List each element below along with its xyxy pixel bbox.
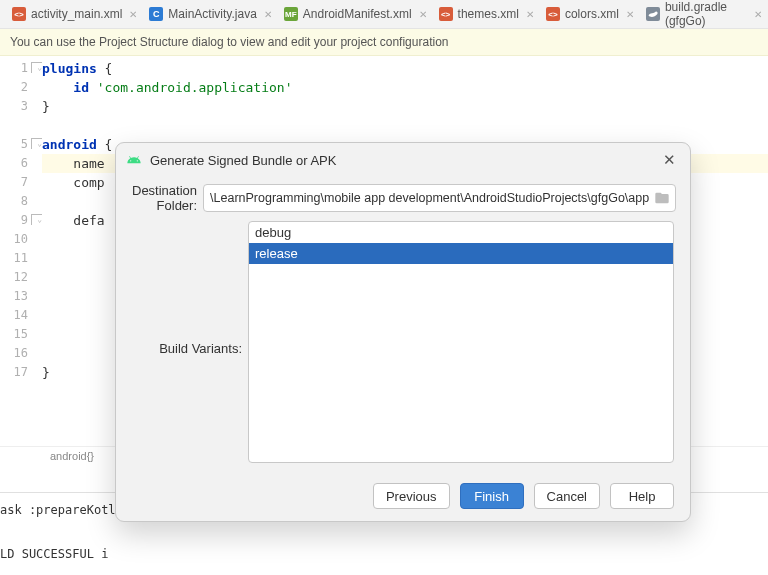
- close-icon[interactable]: ✕: [419, 9, 427, 20]
- dialog-titlebar: Generate Signed Bundle or APK ✕: [116, 143, 690, 175]
- dialog-button-bar: Previous Finish Cancel Help: [116, 473, 690, 521]
- close-icon[interactable]: ✕: [526, 9, 534, 20]
- terminal-line: LD SUCCESSFUL i: [0, 543, 768, 565]
- close-icon[interactable]: ✕: [659, 149, 680, 171]
- cancel-button[interactable]: Cancel: [534, 483, 600, 509]
- xml-icon: <>: [12, 7, 26, 21]
- tab-label: build.gradle (gfgGo): [665, 0, 747, 28]
- tab-manifest[interactable]: MF AndroidManifest.xml ✕: [278, 0, 433, 28]
- finish-button[interactable]: Finish: [460, 483, 524, 509]
- tab-label: MainActivity.java: [168, 7, 256, 21]
- project-structure-hint[interactable]: You can use the Project Structure dialog…: [0, 29, 768, 56]
- tab-mainactivity[interactable]: C MainActivity.java ✕: [143, 0, 277, 28]
- build-variants-label: Build Variants:: [132, 341, 248, 356]
- variant-item-debug[interactable]: debug: [249, 222, 673, 243]
- tab-label: AndroidManifest.xml: [303, 7, 412, 21]
- tab-themes[interactable]: <> themes.xml ✕: [433, 0, 540, 28]
- tab-label: activity_main.xml: [31, 7, 122, 21]
- editor-tabs: <> activity_main.xml ✕ C MainActivity.ja…: [0, 0, 768, 29]
- previous-button[interactable]: Previous: [373, 483, 450, 509]
- help-button[interactable]: Help: [610, 483, 674, 509]
- tab-label: themes.xml: [458, 7, 519, 21]
- close-icon[interactable]: ✕: [129, 9, 137, 20]
- editor-gutter: 1⌄ 2 3 5⌄ 6 7 8 9⌄ 10 11 12 13 14 15 16 …: [0, 56, 42, 446]
- build-variants-list[interactable]: debug release: [248, 221, 674, 463]
- browse-folder-icon[interactable]: [653, 190, 671, 206]
- tab-activity-main[interactable]: <> activity_main.xml ✕: [6, 0, 143, 28]
- dialog-title: Generate Signed Bundle or APK: [150, 153, 336, 168]
- tab-label: colors.xml: [565, 7, 619, 21]
- java-icon: C: [149, 7, 163, 21]
- variant-item-release[interactable]: release: [249, 243, 673, 264]
- destination-label: Destination Folder:: [132, 183, 203, 213]
- xml-icon: <>: [546, 7, 560, 21]
- close-icon[interactable]: ✕: [626, 9, 634, 20]
- xml-icon: <>: [439, 7, 453, 21]
- destination-folder-input[interactable]: \LearnProgramming\mobile app development…: [203, 184, 676, 212]
- close-icon[interactable]: ✕: [754, 9, 762, 20]
- tab-build-gradle[interactable]: build.gradle (gfgGo) ✕: [640, 0, 768, 28]
- tab-colors[interactable]: <> colors.xml ✕: [540, 0, 640, 28]
- generate-signed-dialog: Generate Signed Bundle or APK ✕ Destinat…: [115, 142, 691, 522]
- android-icon: [126, 152, 142, 168]
- manifest-icon: MF: [284, 7, 298, 21]
- gradle-icon: [646, 7, 660, 21]
- close-icon[interactable]: ✕: [264, 9, 272, 20]
- destination-value: \LearnProgramming\mobile app development…: [210, 191, 649, 205]
